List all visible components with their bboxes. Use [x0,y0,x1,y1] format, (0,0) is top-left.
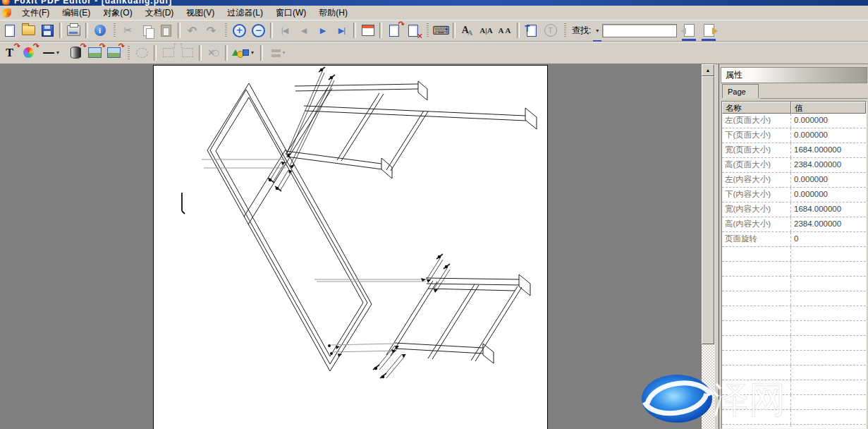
property-value[interactable]: 0.000000 [791,128,866,143]
next-page-button[interactable]: ▶ [313,22,332,40]
toolbar-grip[interactable] [564,23,566,37]
add-text-button[interactable]: T↷ [0,44,19,61]
undo-button[interactable]: ↶ [183,22,202,40]
rotate-page-button[interactable]: ↷ [384,22,403,40]
property-row[interactable]: 高(页面大小)2384.000000 [722,158,866,173]
zoom-in-button[interactable]: + [230,22,249,40]
property-value[interactable]: 2384.000000 [791,217,866,231]
open-file-button[interactable] [19,22,38,40]
zoom-out-button[interactable]: − [249,22,268,40]
toolbar-grip[interactable] [128,46,130,60]
lasso-edit-button[interactable] [133,44,152,61]
menu-window[interactable]: 窗口(W) [269,6,312,20]
empty-row [722,306,866,321]
menu-edit[interactable]: 编辑(E) [56,6,97,20]
toolbar-separator [225,45,228,61]
previous-page-icon: ◀ [301,26,306,35]
gradient-cylinder-icon [71,47,81,59]
property-value[interactable]: 2384.000000 [791,158,866,172]
toolbar-separator [379,23,382,38]
chevron-down-icon: ▾ [54,49,61,56]
find-previous-icon [684,24,695,37]
property-value[interactable]: 0.000000 [791,188,866,202]
find-input[interactable] [602,24,677,37]
font-kerning-button[interactable]: A|A [477,22,496,40]
add-shading-button[interactable]: ↷ [66,44,85,61]
menu-object[interactable]: 对象(O) [97,6,138,20]
property-row[interactable]: 左(页面大小)0.000000 [722,114,866,128]
find-next-button[interactable] [701,23,716,38]
bottom-right-ladder-frame [386,274,530,363]
tab-page[interactable]: Page [722,84,759,98]
property-value[interactable]: 0.000000 [791,173,866,187]
cut-button[interactable]: ✂ [118,22,137,40]
property-value[interactable]: 0.000000 [791,114,866,128]
find-previous-button[interactable] [681,23,697,38]
column-header-value[interactable]: 值 [791,102,866,114]
delete-page-button[interactable]: ✕ [403,22,422,40]
font-kerning-icon: A|A [479,26,492,35]
add-color-button[interactable]: ↷ [19,44,38,61]
chevron-down-icon: ▾ [594,28,601,34]
property-value[interactable]: 0 [791,232,866,246]
char-spacing-icon: AA [499,26,513,35]
menu-file[interactable]: 文件(F) [16,6,56,20]
first-page-button[interactable]: |◀ [275,22,294,40]
previous-page-button[interactable]: ◀ [294,22,313,40]
align-objects-button[interactable]: ▾ [265,44,293,61]
document-system-menu-icon[interactable] [2,8,11,18]
text-attributes-button[interactable]: T [541,22,560,40]
line-tool-button[interactable]: —▾ [38,44,66,61]
property-row[interactable]: 左(内容大小)0.000000 [722,173,866,188]
scrollbar-thumb[interactable] [702,76,714,344]
toolbar-grip[interactable] [114,23,116,37]
add-image-button[interactable]: ↷ [104,44,123,61]
empty-row [722,410,866,425]
property-row[interactable]: 下(页面大小)0.000000 [722,128,866,143]
page-icon [389,25,399,37]
insert-text-button[interactable]: T [522,22,541,40]
keyboard-button[interactable]: ⌨ [432,22,451,40]
char-spacing-button[interactable]: AA [496,22,515,40]
menu-help[interactable]: 帮助(H) [312,6,354,20]
paste-button[interactable] [157,22,176,40]
embed-font-button[interactable]: AA [458,22,477,40]
empty-row [722,351,866,365]
empty-row [722,365,866,380]
delete-object-button[interactable]: ✕◯ [204,44,223,61]
cut-icon: ✂ [123,24,133,37]
menu-filter[interactable]: 过滤器(L) [221,6,269,20]
edit-image-button[interactable]: ↷ [85,44,104,61]
app-icon [2,0,10,5]
menu-view[interactable]: 视图(V) [180,6,221,20]
property-row[interactable]: 页面旋转0 [722,232,866,247]
page-thumbnails-button[interactable] [358,22,377,40]
bring-forward-button[interactable] [178,44,197,61]
vertical-scrollbar[interactable]: ▲ [702,64,714,429]
scroll-up-button[interactable]: ▲ [702,64,714,76]
copy-button[interactable] [137,22,157,40]
property-row[interactable]: 宽(页面大小)1684.000000 [722,143,866,158]
save-button[interactable] [38,22,57,40]
pdf-page[interactable] [153,65,548,429]
property-value[interactable]: 1684.000000 [791,203,866,217]
property-row[interactable]: 宽(内容大小)1684.000000 [722,203,866,217]
keyboard-icon: ⌨ [432,23,450,38]
menu-document[interactable]: 文档(D) [139,6,181,20]
property-grid: 名称 值 左(页面大小)0.000000 下(页面大小)0.000000 宽(页… [721,101,867,429]
new-document-button[interactable] [0,22,19,40]
column-header-name[interactable]: 名称 [722,102,791,114]
property-row[interactable]: 下(内容大小)0.000000 [722,188,866,203]
empty-row [722,425,866,429]
send-backward-button[interactable] [159,44,178,61]
print-button[interactable] [64,22,83,40]
toolbar-grip[interactable] [427,23,429,37]
property-row[interactable]: 高(内容大小)2384.000000 [722,217,866,232]
find-options-dropdown[interactable]: ▾ [592,22,602,40]
insert-shape-button[interactable]: ▾ [230,44,258,61]
redo-button[interactable]: ↷ [202,22,221,40]
toolbar-grip[interactable] [225,23,227,37]
document-info-button[interactable]: i [90,22,109,40]
last-page-button[interactable]: ▶| [332,22,351,40]
property-value[interactable]: 1684.000000 [791,143,866,157]
